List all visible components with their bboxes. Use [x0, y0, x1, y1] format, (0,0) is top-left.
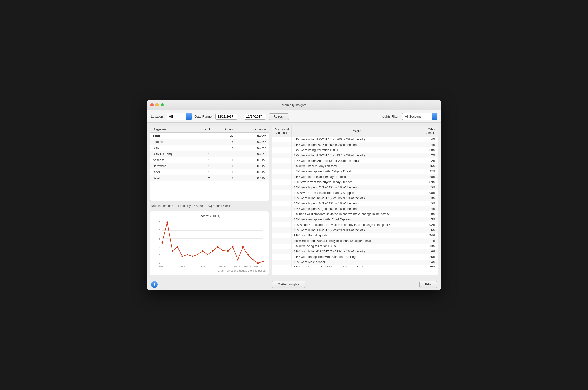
close-button[interactable]	[150, 103, 153, 106]
diag-name: Abscess	[150, 157, 194, 163]
insight-other: 65%	[421, 265, 438, 267]
svg-point-33	[262, 261, 264, 262]
insight-diagnosed	[272, 169, 291, 174]
insight-diagnosed	[272, 163, 291, 169]
chart-note: Graph represents double the time period	[153, 269, 266, 272]
svg-point-25	[222, 249, 223, 251]
insights-table: DiagnosedAnimals Insight OtherAnimals 31…	[272, 126, 438, 267]
location-label: Location:	[151, 115, 164, 118]
bottom-bar: ? Gather Insights Print	[147, 278, 441, 290]
insight-other: 68%	[421, 147, 438, 153]
days-in-period: Days in Period: 7	[151, 204, 173, 208]
table-row: Bloat 2 1 0.01%	[150, 175, 269, 181]
insight-text: 31% were in lot H30-2017 (5 of 260 or 2%…	[291, 137, 421, 142]
insight-diagnosed	[272, 153, 291, 158]
insights-table-row: 0% were in pens with a density less than…	[272, 238, 438, 244]
table-row: Abscess 1 1 0.01%	[150, 157, 269, 163]
insight-text: 13% were in pen 18 (2 of 231 or 1% of th…	[291, 201, 421, 206]
location-arrow-icon[interactable]: ↕	[186, 113, 192, 120]
insight-other: 25%	[421, 254, 438, 259]
filter-arrow-icon[interactable]: ↕	[432, 113, 437, 120]
insights-table-row: 81% were Female gender 74%	[272, 233, 438, 238]
table-row: Hardware 1 1 0.01%	[150, 163, 269, 169]
insights-table-row: 31% were transported with: Signpost Truc…	[272, 254, 438, 259]
insight-text: 0% had >=1.0 standard deviation in energ…	[291, 211, 421, 217]
svg-point-31	[252, 259, 253, 260]
total-label: Total	[150, 133, 194, 139]
insight-other: 3%	[421, 195, 438, 201]
col-incidence: Incidence	[236, 126, 269, 133]
diag-incidence: 0.01%	[236, 163, 269, 169]
svg-point-22	[207, 254, 208, 255]
diag-pull: 1	[194, 169, 212, 175]
stats-row: Days in Period: 7 Head Days: 47,978 Avg …	[150, 203, 269, 209]
svg-text:12: 12	[157, 221, 160, 224]
svg-text:Dec 10: Dec 10	[219, 265, 227, 268]
col-diagnosed: DiagnosedAnimals	[272, 126, 291, 137]
main-content: Diagnosis Pull Count Incidence Total 27 …	[147, 123, 441, 278]
col-pull: Pull	[194, 126, 212, 133]
insights-table-row: 13% were in lot H45-2017 (2 of 235 or 1%…	[272, 195, 438, 201]
insight-other: 2%	[421, 153, 438, 158]
diag-count: 2	[212, 151, 236, 157]
svg-point-16	[177, 246, 178, 248]
col-insight: Insight	[291, 126, 421, 137]
diag-pull: 2	[194, 175, 212, 181]
insight-diagnosed	[272, 217, 291, 222]
diag-count: 1	[212, 163, 236, 169]
insight-other: 13%	[421, 244, 438, 249]
insights-table-row: 100% had <1.0 standard deviation in ener…	[272, 222, 438, 228]
insight-other: 4%	[421, 142, 438, 147]
insights-table-row: 13% were transported with: Road Express …	[272, 217, 438, 222]
date-start-input[interactable]	[215, 113, 237, 120]
insight-other: 8%	[421, 211, 438, 217]
insight-text: 69% were between 21-110 (inclusive) days…	[291, 265, 421, 267]
svg-point-19	[192, 256, 193, 257]
svg-point-17	[182, 256, 183, 257]
insight-diagnosed	[272, 201, 291, 206]
diag-name: Rider	[150, 169, 194, 175]
svg-text:2: 2	[159, 262, 160, 265]
total-count: 27	[212, 133, 236, 139]
insight-diagnosed	[272, 195, 291, 201]
diag-name: BRD	[150, 145, 194, 151]
insights-table-row: 19% were in pen A8 (3 of 137 or 2% of th…	[272, 158, 438, 163]
svg-text:Dec 16: Dec 16	[254, 265, 262, 268]
chart-area: 12 10 8 6 4 2 0	[153, 220, 266, 268]
print-button[interactable]: Print	[419, 281, 437, 288]
insights-table-row: 19% were in lot H53-2017 (3 of 137 or 2%…	[272, 153, 438, 158]
insight-text: 6% were being fed ration H 8 S	[291, 244, 421, 249]
insight-other: 6%	[421, 249, 438, 254]
svg-text:Dec 8: Dec 8	[199, 265, 205, 268]
location-select[interactable]: ↕	[167, 113, 192, 120]
insights-filter-label: Insights Filter:	[380, 115, 399, 118]
insights-table-row: 13% were in pen 27 (2 of 252 or 1% of th…	[272, 206, 438, 211]
maximize-button[interactable]	[161, 103, 164, 106]
insights-filter-select[interactable]: All Sections ↕	[402, 113, 437, 120]
table-row: Rider 1 1 0.01%	[150, 169, 269, 175]
insight-text: 13% were in lot H45-2017 (2 of 235 or 1%…	[291, 195, 421, 201]
refresh-button[interactable]: Refresh	[269, 113, 289, 120]
gather-insights-button[interactable]: Gather Insights	[272, 281, 305, 288]
minimize-button[interactable]	[155, 103, 159, 106]
insight-diagnosed	[272, 180, 291, 185]
location-input[interactable]	[167, 114, 186, 119]
insight-other: 3%	[421, 185, 438, 190]
insight-other: 2%	[421, 158, 438, 163]
insight-text: 13% were transported with: Road Express	[291, 217, 421, 222]
insights-scroll[interactable]: DiagnosedAnimals Insight OtherAnimals 31…	[272, 126, 438, 267]
right-panel: DiagnosedAnimals Insight OtherAnimals 31…	[272, 126, 438, 275]
insight-text: 81% were Female gender	[291, 233, 421, 238]
date-end-input[interactable]	[244, 113, 266, 120]
insight-other: 6%	[421, 228, 438, 233]
diag-pull: 1	[194, 151, 212, 157]
insight-diagnosed	[272, 211, 291, 217]
total-pull	[194, 133, 212, 139]
table-row-total: Total 27 0.39%	[150, 133, 269, 139]
head-days: Head Days: 47,978	[178, 204, 203, 208]
insight-other: 7%	[421, 238, 438, 244]
insight-diagnosed	[272, 185, 291, 190]
help-button[interactable]: ?	[151, 281, 158, 288]
insight-diagnosed	[272, 238, 291, 244]
insights-table-row: 13% were in pen 17 (2 of 234 or 1% of th…	[272, 185, 438, 190]
